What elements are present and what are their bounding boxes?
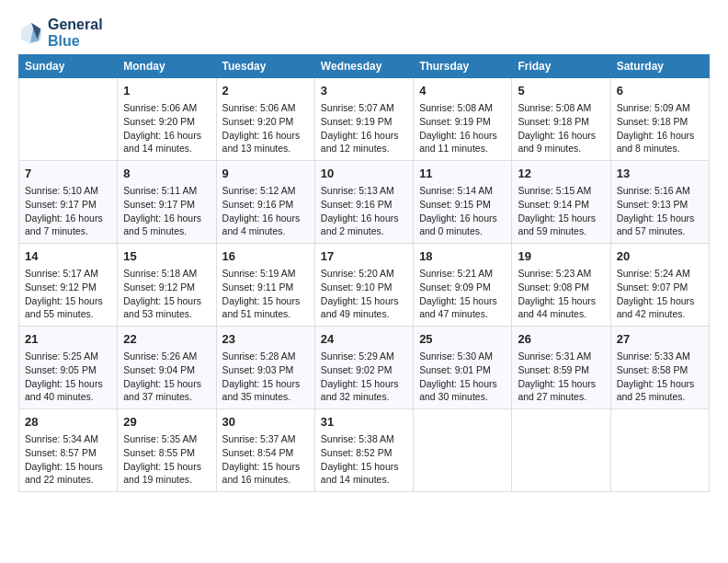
- day-info-line: Daylight: 16 hours: [222, 129, 309, 143]
- day-info-line: Sunrise: 5:15 AM: [518, 184, 604, 198]
- day-number: 5: [518, 83, 604, 99]
- day-info-line: Sunset: 9:18 PM: [617, 115, 703, 129]
- day-info-line: Sunset: 9:17 PM: [25, 198, 111, 212]
- day-cell: [414, 408, 512, 491]
- day-info-line: Sunrise: 5:34 AM: [25, 432, 111, 446]
- day-cell: 14Sunrise: 5:17 AMSunset: 9:12 PMDayligh…: [19, 244, 118, 327]
- day-number: 15: [123, 248, 210, 265]
- day-info-line: and 49 minutes.: [321, 307, 407, 321]
- day-info-line: Sunrise: 5:25 AM: [25, 350, 111, 363]
- day-info-line: Daylight: 16 hours: [518, 129, 604, 143]
- day-info-line: Sunrise: 5:12 AM: [222, 184, 309, 198]
- day-info-line: Sunset: 9:16 PM: [321, 198, 407, 212]
- day-info-line: and 0 minutes.: [419, 224, 506, 238]
- day-info-line: and 14 minutes.: [321, 473, 407, 487]
- day-cell: 3Sunrise: 5:07 AMSunset: 9:19 PMDaylight…: [314, 78, 413, 161]
- day-info-line: Sunset: 9:08 PM: [518, 281, 604, 294]
- day-info-line: Sunrise: 5:19 AM: [222, 267, 309, 281]
- day-info-line: Sunrise: 5:16 AM: [617, 184, 703, 198]
- day-info-line: Sunset: 9:19 PM: [321, 115, 407, 129]
- day-info-line: Sunset: 9:20 PM: [123, 115, 210, 129]
- day-info-line: Daylight: 15 hours: [222, 294, 309, 308]
- day-cell: 10Sunrise: 5:13 AMSunset: 9:16 PMDayligh…: [314, 161, 413, 244]
- day-number: 27: [617, 331, 703, 348]
- day-cell: 16Sunrise: 5:19 AMSunset: 9:11 PMDayligh…: [216, 244, 314, 327]
- day-info-line: and 13 minutes.: [222, 142, 309, 155]
- day-info-line: Daylight: 15 hours: [321, 460, 407, 474]
- day-number: 1: [123, 83, 210, 99]
- day-cell: [512, 408, 610, 491]
- week-row-5: 28Sunrise: 5:34 AMSunset: 8:57 PMDayligh…: [19, 408, 710, 491]
- day-info-line: Sunrise: 5:06 AM: [222, 101, 309, 115]
- day-info-line: Daylight: 15 hours: [123, 377, 210, 391]
- day-info-line: Sunset: 9:20 PM: [222, 115, 309, 129]
- day-number: 19: [518, 248, 604, 265]
- day-info-line: Sunset: 9:15 PM: [419, 198, 506, 212]
- day-info-line: Sunset: 8:52 PM: [321, 446, 407, 460]
- day-info-line: Sunset: 9:12 PM: [123, 281, 210, 294]
- day-info-line: Sunrise: 5:07 AM: [321, 101, 407, 115]
- day-cell: 7Sunrise: 5:10 AMSunset: 9:17 PMDaylight…: [19, 161, 118, 244]
- day-info-line: Sunrise: 5:06 AM: [123, 101, 210, 115]
- day-info-line: Sunset: 9:01 PM: [419, 363, 506, 377]
- day-cell: 6Sunrise: 5:09 AMSunset: 9:18 PMDaylight…: [610, 78, 709, 161]
- day-info-line: Daylight: 15 hours: [123, 460, 210, 474]
- day-number: 17: [321, 248, 407, 265]
- day-info-line: Sunrise: 5:08 AM: [419, 101, 506, 115]
- day-info-line: and 25 minutes.: [617, 390, 703, 404]
- day-info-line: and 55 minutes.: [25, 307, 111, 321]
- day-info-line: and 53 minutes.: [123, 307, 210, 321]
- day-info-line: and 59 minutes.: [518, 224, 604, 238]
- day-info-line: Sunrise: 5:09 AM: [617, 101, 703, 115]
- week-row-1: 1Sunrise: 5:06 AMSunset: 9:20 PMDaylight…: [19, 78, 710, 161]
- day-info-line: Daylight: 15 hours: [617, 377, 703, 391]
- week-row-4: 21Sunrise: 5:25 AMSunset: 9:05 PMDayligh…: [19, 327, 710, 409]
- day-info-line: and 4 minutes.: [222, 224, 309, 238]
- day-info-line: and 40 minutes.: [25, 390, 111, 404]
- day-info-line: Sunset: 9:19 PM: [419, 115, 506, 129]
- col-header-wednesday: Wednesday: [314, 55, 413, 78]
- day-info-line: Daylight: 16 hours: [321, 212, 407, 225]
- day-info-line: Sunset: 9:10 PM: [321, 281, 407, 294]
- day-info-line: and 42 minutes.: [617, 307, 703, 321]
- day-info-line: and 11 minutes.: [419, 142, 506, 155]
- day-info-line: Daylight: 15 hours: [518, 377, 604, 391]
- day-info-line: Sunrise: 5:31 AM: [518, 350, 604, 363]
- day-info-line: and 51 minutes.: [222, 307, 309, 321]
- day-cell: 31Sunrise: 5:38 AMSunset: 8:52 PMDayligh…: [314, 408, 413, 491]
- day-info-line: Sunset: 9:13 PM: [617, 198, 703, 212]
- day-info-line: Sunrise: 5:30 AM: [419, 350, 506, 363]
- day-info-line: and 35 minutes.: [222, 390, 309, 404]
- day-cell: 23Sunrise: 5:28 AMSunset: 9:03 PMDayligh…: [216, 327, 314, 409]
- day-number: 26: [518, 331, 604, 348]
- day-cell: 8Sunrise: 5:11 AMSunset: 9:17 PMDaylight…: [118, 161, 216, 244]
- day-info-line: Daylight: 16 hours: [321, 129, 407, 143]
- day-number: 24: [321, 331, 407, 348]
- day-info-line: Daylight: 15 hours: [518, 294, 604, 308]
- day-info-line: and 44 minutes.: [518, 307, 604, 321]
- day-number: 9: [222, 166, 309, 182]
- day-cell: 29Sunrise: 5:35 AMSunset: 8:55 PMDayligh…: [118, 408, 216, 491]
- day-info-line: Sunrise: 5:08 AM: [518, 101, 604, 115]
- day-info-line: Sunset: 9:17 PM: [123, 198, 210, 212]
- day-number: 7: [25, 166, 111, 182]
- day-info-line: Daylight: 15 hours: [419, 294, 506, 308]
- day-number: 22: [123, 331, 210, 348]
- day-info-line: Sunrise: 5:33 AM: [617, 350, 703, 363]
- day-cell: 11Sunrise: 5:14 AMSunset: 9:15 PMDayligh…: [414, 161, 512, 244]
- day-info-line: and 37 minutes.: [123, 390, 210, 404]
- day-number: 4: [419, 83, 506, 99]
- day-info-line: Daylight: 16 hours: [123, 212, 210, 225]
- day-cell: [610, 408, 709, 491]
- day-info-line: Daylight: 15 hours: [321, 294, 407, 308]
- day-info-line: Sunrise: 5:18 AM: [123, 267, 210, 281]
- day-number: 11: [419, 166, 506, 182]
- day-info-line: Sunset: 8:57 PM: [25, 446, 111, 460]
- day-info-line: and 14 minutes.: [123, 142, 210, 155]
- day-info-line: and 9 minutes.: [518, 142, 604, 155]
- day-info-line: Sunrise: 5:35 AM: [123, 432, 210, 446]
- day-info-line: Sunset: 9:04 PM: [123, 363, 210, 377]
- day-info-line: Daylight: 15 hours: [222, 460, 309, 474]
- day-info-line: Sunset: 9:18 PM: [518, 115, 604, 129]
- day-cell: 2Sunrise: 5:06 AMSunset: 9:20 PMDaylight…: [216, 78, 314, 161]
